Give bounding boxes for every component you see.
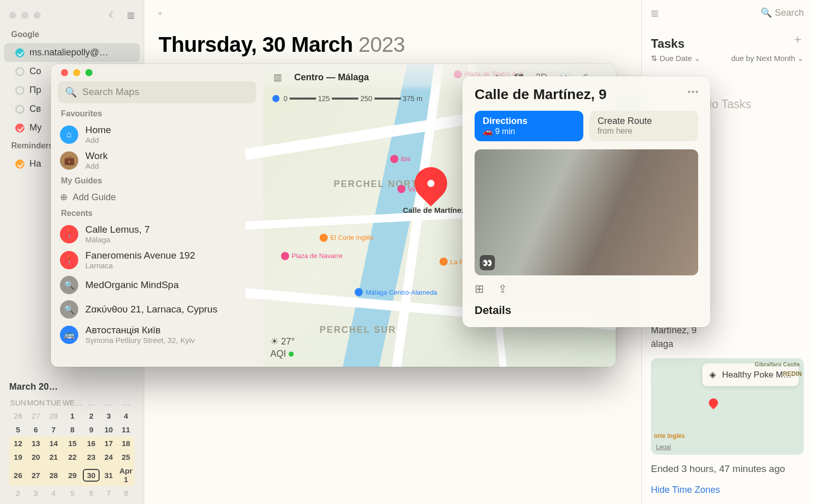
mini-day[interactable]: 7: [45, 423, 62, 436]
date-main: Thursday, 30 March: [159, 33, 353, 56]
weather-widget[interactable]: ☀ 27° AQI: [270, 336, 295, 360]
checkbox-icon[interactable]: [15, 86, 24, 95]
mini-day[interactable]: 29: [62, 464, 82, 486]
mini-day[interactable]: 25: [117, 450, 135, 464]
share-icon[interactable]: ⇪: [498, 282, 507, 296]
mini-day[interactable]: 22: [62, 450, 82, 464]
lookaround-photo[interactable]: 👀: [475, 149, 698, 275]
sidebar-toggle-icon[interactable]: ▥: [273, 72, 282, 83]
zoom-dot[interactable]: [34, 12, 41, 19]
filter-field[interactable]: due by Next Month ⌄: [731, 54, 804, 63]
mini-day[interactable]: 2: [9, 486, 27, 500]
poi[interactable]: Plaza de Navarre: [281, 252, 342, 260]
dropped-pin[interactable]: Calle de Martínez, 9: [415, 167, 447, 200]
mini-day[interactable]: 15: [62, 436, 82, 450]
maps-item[interactable]: 🔍Ζακύνθου 21, Larnaca, Cyprus: [58, 297, 256, 322]
mini-day[interactable]: 23: [82, 450, 100, 464]
mini-day[interactable]: 6: [27, 423, 45, 436]
maps-item[interactable]: 💼WorkAdd: [58, 147, 256, 173]
mini-day[interactable]: 12: [9, 436, 27, 450]
poi[interactable]: ibis: [390, 155, 411, 163]
event-map-thumb[interactable]: ◈ Healthy Poke M… Legal Gibralfaro Castl…: [651, 358, 804, 455]
mini-day[interactable]: 27: [27, 409, 45, 423]
mini-day[interactable]: 5: [9, 423, 27, 436]
create-route-button[interactable]: Create Route from here: [589, 111, 698, 141]
tasks-search[interactable]: 🔍 Search: [761, 7, 804, 18]
calendar-item[interactable]: ms.nataliepolly@…: [4, 43, 140, 62]
mini-day[interactable]: 10: [100, 423, 117, 436]
mini-month-grid[interactable]: SUNMONTUEWE…………2627281234567891011121314…: [9, 396, 135, 500]
sort-field[interactable]: ⇅ Due Date ⌄: [651, 54, 701, 63]
binoculars-icon: 👀: [480, 255, 495, 270]
detail-line2: álaga: [651, 337, 804, 351]
checkbox-icon[interactable]: [15, 105, 24, 114]
mini-day[interactable]: 30: [82, 464, 100, 486]
mini-day[interactable]: 27: [27, 464, 45, 486]
minimize-dot[interactable]: [21, 12, 28, 19]
mini-day[interactable]: 18: [117, 436, 135, 450]
checkbox-icon[interactable]: [15, 123, 24, 133]
mini-day[interactable]: 2: [82, 409, 100, 423]
maps-item[interactable]: 🔍MedOrganic MindSpa: [58, 273, 256, 297]
mini-day[interactable]: 20: [27, 450, 45, 464]
mini-day[interactable]: 28: [45, 409, 62, 423]
minimize-dot[interactable]: [73, 69, 80, 76]
mini-day[interactable]: 5: [62, 486, 82, 500]
moon-icon[interactable]: ☾: [109, 10, 116, 20]
mini-day[interactable]: 1: [62, 409, 82, 423]
mini-day[interactable]: 28: [45, 464, 62, 486]
place-title: Calle de Martínez, 9: [475, 86, 698, 103]
maps-item[interactable]: 🚌Автостанція КиївSymona Petliury Street,…: [58, 322, 256, 348]
mini-day[interactable]: 4: [45, 486, 62, 500]
item-subtitle: Add: [85, 162, 108, 170]
mini-day[interactable]: 3: [100, 409, 117, 423]
checkbox-icon[interactable]: [15, 48, 24, 57]
mini-day[interactable]: Apr 1: [117, 464, 135, 486]
mini-day[interactable]: 31: [100, 464, 117, 486]
map-legal[interactable]: Legal: [656, 443, 671, 452]
more-icon[interactable]: •••: [687, 87, 699, 97]
hide-timezones-button[interactable]: Hide Time Zones: [651, 483, 804, 497]
maps-item[interactable]: ⌂HomeAdd: [58, 121, 256, 147]
mini-day[interactable]: 16: [82, 436, 100, 450]
mini-day[interactable]: 8: [62, 423, 82, 436]
mini-day[interactable]: 11: [117, 423, 135, 436]
checkbox-icon[interactable]: [15, 67, 24, 76]
maps-search[interactable]: 🔍 Search Maps: [58, 81, 256, 103]
add-event-button[interactable]: ＋: [153, 7, 167, 20]
add-task-button[interactable]: ＋: [792, 31, 804, 47]
item-title: Calle Lemus, 7: [85, 224, 150, 235]
event-ended: Ended 3 hours, 47 minutes ago: [651, 462, 804, 477]
mini-day[interactable]: 6: [82, 486, 100, 500]
poi[interactable]: El Corte Inglés: [320, 234, 373, 242]
checkbox-icon[interactable]: [15, 160, 24, 169]
mini-day[interactable]: 7: [100, 486, 117, 500]
zoom-dot[interactable]: [85, 69, 92, 76]
mini-day[interactable]: 19: [9, 450, 27, 464]
add-to-button[interactable]: ⊞: [475, 282, 484, 296]
maps-item[interactable]: 📍Faneromenis Avenue 192Larnaca: [58, 247, 256, 273]
mini-day[interactable]: 8: [117, 486, 135, 500]
mini-day[interactable]: 26: [9, 409, 27, 423]
mini-day[interactable]: 24: [100, 450, 117, 464]
item-title: Ζακύνθου 21, Larnaca, Cyprus: [85, 304, 217, 315]
mini-day[interactable]: 14: [45, 436, 62, 450]
mini-day[interactable]: 21: [45, 450, 62, 464]
mini-day[interactable]: 26: [9, 464, 27, 486]
poi[interactable]: Málaga Centro-Alameda: [355, 288, 437, 296]
mini-day[interactable]: 17: [100, 436, 117, 450]
maps-item[interactable]: 📍Calle Lemus, 7Málaga: [58, 221, 256, 247]
mini-day[interactable]: 3: [27, 486, 45, 500]
directions-button[interactable]: Directions 🚗 9 min: [475, 111, 583, 141]
close-dot[interactable]: [61, 69, 68, 76]
district-label: PERCHEL SUR: [320, 325, 396, 335]
close-dot[interactable]: [9, 12, 16, 19]
add-guide-button[interactable]: ⊕Add Guide: [58, 188, 256, 206]
mini-day[interactable]: 13: [27, 436, 45, 450]
tasks-title: Tasks: [651, 37, 684, 51]
sidebar-toggle-icon[interactable]: ▥: [127, 10, 135, 20]
panel-toggle-icon[interactable]: ▥: [651, 8, 659, 18]
mini-day[interactable]: 4: [117, 409, 135, 423]
mini-day[interactable]: 9: [82, 423, 100, 436]
poi-label: Málaga Centro-Alameda: [365, 289, 437, 296]
